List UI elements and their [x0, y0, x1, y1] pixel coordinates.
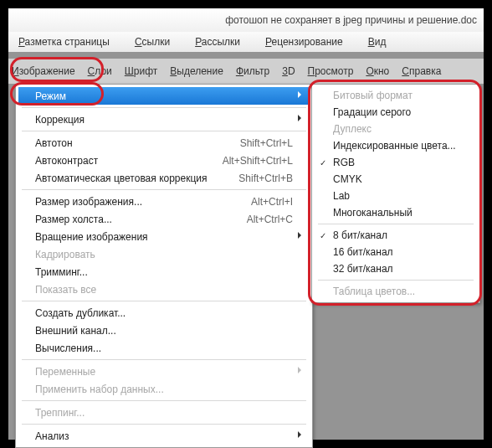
separator: [22, 189, 306, 190]
menu-3d[interactable]: 3D: [282, 65, 295, 77]
menu-type[interactable]: Шрифт: [125, 65, 157, 77]
mi-analysis[interactable]: Анализ: [18, 427, 310, 445]
word-ribbon-tabs: Разметка страницы Ссылки Рассылки Реценз…: [8, 32, 484, 52]
tab-links[interactable]: Ссылки: [135, 36, 170, 48]
annotation-highlight: [10, 57, 104, 82]
window-titlebar: фотошоп не сохраняет в jpeg причины и ре…: [8, 8, 484, 32]
annotation-highlight: [10, 82, 104, 106]
window-title: фотошоп не сохраняет в jpeg причины и ре…: [225, 14, 477, 26]
mi-external-channel[interactable]: Внешний канал...: [18, 322, 310, 339]
tab-view[interactable]: Вид: [368, 36, 387, 48]
mi-trim[interactable]: Тримминг...: [18, 263, 310, 281]
mi-autotone[interactable]: АвтотонShift+Ctrl+L: [18, 134, 310, 152]
menu-view[interactable]: Просмотр: [308, 65, 354, 77]
annotation-highlight: [308, 80, 482, 306]
menu-window[interactable]: Окно: [366, 65, 389, 77]
mi-correction[interactable]: Коррекция: [18, 111, 310, 128]
separator: [22, 424, 306, 425]
submenu-arrow-icon: [298, 431, 305, 438]
mi-apply-dataset: Применить набор данных...: [18, 380, 310, 398]
separator: [22, 107, 306, 108]
separator: [22, 359, 306, 360]
mi-image-size[interactable]: Размер изображения...Alt+Ctrl+I: [18, 193, 310, 210]
separator: [22, 301, 306, 301]
mi-duplicate[interactable]: Создать дубликат...: [18, 304, 310, 322]
mi-showall: Показать все: [18, 281, 310, 298]
image-menu-dropdown: Режим Коррекция АвтотонShift+Ctrl+L Авто…: [15, 84, 313, 448]
tab-mailings[interactable]: Рассылки: [195, 36, 240, 48]
mi-crop: Кадрировать: [18, 245, 310, 263]
menu-help[interactable]: Справка: [402, 65, 441, 77]
mi-trapping: Треппинг...: [18, 404, 310, 421]
submenu-arrow-icon: [298, 91, 305, 98]
menu-select[interactable]: Выделение: [170, 65, 223, 77]
tab-review[interactable]: Рецензирование: [265, 36, 343, 48]
submenu-arrow-icon: [298, 232, 305, 239]
mi-autocolor[interactable]: Автоматическая цветовая коррекцияShift+C…: [18, 169, 310, 187]
mi-rotate[interactable]: Вращение изображения: [18, 228, 310, 245]
mi-variables: Переменные: [18, 363, 310, 380]
separator: [22, 400, 306, 401]
tab-page-layout[interactable]: Разметка страницы: [18, 36, 110, 48]
mi-calculations[interactable]: Вычисления...: [18, 339, 310, 357]
separator: [22, 131, 306, 131]
mi-canvas-size[interactable]: Размер холста...Alt+Ctrl+C: [18, 210, 310, 228]
menu-filter[interactable]: Фильтр: [236, 65, 269, 77]
submenu-arrow-icon: [298, 367, 305, 373]
submenu-arrow-icon: [298, 115, 305, 121]
mi-autocontrast[interactable]: АвтоконтрастAlt+Shift+Ctrl+L: [18, 152, 310, 169]
